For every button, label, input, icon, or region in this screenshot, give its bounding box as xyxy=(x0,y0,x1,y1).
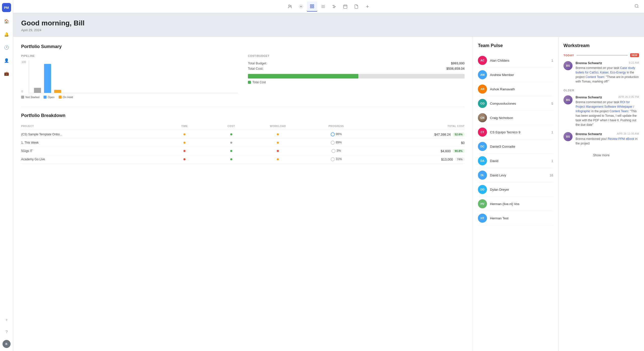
breakdown-table: PROJECT TIME COST WORKLOAD PROGRESS TOTA… xyxy=(21,123,465,164)
project-name[interactable]: 5Gigs IT xyxy=(21,149,161,153)
clock-icon[interactable]: 🕐 xyxy=(3,43,11,51)
member-name: Dylan Dreyer xyxy=(490,188,553,191)
nav-add-icon[interactable] xyxy=(362,2,372,12)
home-icon[interactable]: 🏠 xyxy=(3,17,11,25)
svg-rect-6 xyxy=(312,7,314,8)
budget-legend-label: Total Cost xyxy=(252,81,266,84)
progress-value: 31% xyxy=(301,157,371,161)
member-avatar: HV xyxy=(478,199,487,208)
ws-time: APR 26 11:35 AM xyxy=(617,132,639,135)
content-area: Good morning, Bill April 29, 2024 Portfo… xyxy=(13,13,644,351)
ws-text: Brenna commented on your task Case study… xyxy=(576,66,639,84)
pulse-item[interactable]: DD Dylan Dreyer xyxy=(478,182,553,197)
nav-calendar-icon[interactable] xyxy=(340,2,350,12)
nav-file-icon[interactable] xyxy=(351,2,361,12)
total-cost-row: Total Cost: $506,659.04 xyxy=(248,67,465,70)
pulse-item[interactable]: CO Compusoluciones 5 xyxy=(478,96,553,111)
pulse-item[interactable]: DL David Levy 16 xyxy=(478,168,553,182)
pulse-item[interactable]: HV Herman (live.nl) Vos xyxy=(478,197,553,211)
pulse-item[interactable]: DC Daniel3 Conradie xyxy=(478,139,553,154)
member-name: Herman (live.nl) Vos xyxy=(490,202,553,206)
main-container: Good morning, Bill April 29, 2024 Portfo… xyxy=(13,0,644,351)
ws-text: Brenna commented on your task ROI for Pr… xyxy=(576,100,639,127)
bell-icon[interactable]: 🔔 xyxy=(3,30,11,38)
show-more-button[interactable]: Show more xyxy=(563,151,639,160)
ws-text: Brenna mentioned you! Review PPM eBook i… xyxy=(576,137,639,146)
plus-sidebar-icon[interactable]: ＋ xyxy=(3,316,11,324)
breakdown-header: PROJECT TIME COST WORKLOAD PROGRESS TOTA… xyxy=(21,123,465,129)
user-avatar[interactable]: B xyxy=(3,340,11,348)
progress-value: 3% xyxy=(301,149,371,153)
portfolio-summary: Portfolio Summary PIPELINE 100 0 xyxy=(21,44,465,99)
nav-people-icon[interactable] xyxy=(285,2,295,12)
project-name[interactable]: 1. This Week xyxy=(21,141,161,144)
project-name[interactable]: (CS) Sample Template Onbo... xyxy=(21,133,161,136)
nav-gantt-icon[interactable] xyxy=(329,2,339,12)
ws-link-project[interactable]: Content Team xyxy=(585,75,604,79)
member-name: David xyxy=(490,159,551,163)
total-cost-value: $506,659.04 xyxy=(446,67,465,70)
older-label: OLDER xyxy=(563,89,639,92)
search-button[interactable] xyxy=(634,4,639,9)
pulse-item[interactable]: CT CS Equipo Tecnico 9 1 xyxy=(478,125,553,139)
ws-link[interactable]: Case study bullets for CatSci, Kaiser, E… xyxy=(576,66,635,74)
ws-content: Brenna Schwartz 9:22 AM Brenna commented… xyxy=(576,61,639,84)
portfolio-panel: Portfolio Summary PIPELINE 100 0 xyxy=(13,37,473,351)
briefcase-icon[interactable]: 💼 xyxy=(3,69,11,77)
member-name: Craig Nicholson xyxy=(490,116,553,120)
workload-indicator xyxy=(254,158,301,160)
top-nav xyxy=(13,0,644,13)
workstream-item: BS Brenna Schwartz APR 26 11:35 AM Brenn… xyxy=(563,132,639,146)
ws-header: Brenna Schwartz APR 26 11:35 AM xyxy=(576,132,639,136)
pulse-item[interactable]: DA David 1 xyxy=(478,154,553,168)
panels: Portfolio Summary PIPELINE 100 0 xyxy=(13,37,644,351)
time-indicator xyxy=(161,133,208,135)
cost-indicator xyxy=(208,150,254,152)
svg-rect-4 xyxy=(312,5,314,6)
nav-settings-icon[interactable] xyxy=(296,2,306,12)
pulse-item[interactable]: CN Craig Nicholson xyxy=(478,111,553,125)
svg-rect-5 xyxy=(310,7,312,8)
question-icon[interactable]: ？ xyxy=(3,328,11,336)
older-section: OLDER xyxy=(563,89,639,92)
project-name[interactable]: Academy Go Live xyxy=(21,158,161,161)
table-row: 5Gigs IT 3% $4,600 90.8% xyxy=(21,147,465,155)
bar-open xyxy=(44,64,51,93)
ws-link-project[interactable]: Content Team xyxy=(610,109,628,113)
svg-rect-13 xyxy=(344,5,347,9)
table-row: Academy Go Live 31% $13,000 74% xyxy=(21,155,465,164)
bar-not-started xyxy=(34,88,41,93)
member-name: Herman Test xyxy=(490,216,553,220)
new-badge: NEW xyxy=(630,53,639,57)
member-avatar: CN xyxy=(478,113,487,122)
svg-point-2 xyxy=(300,6,301,7)
nav-dashboard-icon[interactable] xyxy=(307,2,317,12)
nav-list-icon[interactable] xyxy=(318,2,328,12)
total-cost-value: $47,398.24 52.6% xyxy=(371,132,465,136)
member-avatar: HT xyxy=(478,214,487,223)
app-logo[interactable]: PM xyxy=(2,3,11,12)
today-label: TODAY xyxy=(563,54,574,57)
col-header-time: TIME xyxy=(161,125,208,128)
ws-link[interactable]: Review PPM eBook xyxy=(608,137,634,141)
ws-content: Brenna Schwartz APR 26 11:35 AM Brenna m… xyxy=(576,132,639,146)
member-count: 5 xyxy=(551,102,553,105)
svg-point-1 xyxy=(290,6,291,7)
member-avatar: CO xyxy=(478,99,487,108)
cost-indicator xyxy=(208,158,254,160)
pulse-item[interactable]: AR Ashok Ramavath xyxy=(478,82,553,96)
person-icon[interactable]: 👤 xyxy=(3,56,11,64)
ws-author: Brenna Schwartz xyxy=(576,132,602,136)
workload-indicator xyxy=(254,142,301,144)
svg-point-19 xyxy=(635,4,638,7)
total-budget-row: Total Budget: $993,000 xyxy=(248,61,465,65)
workstream-item: BS Brenna Schwartz 9:22 AM Brenna commen… xyxy=(563,61,639,84)
table-row: (CS) Sample Template Onbo... 98% $47,398… xyxy=(21,130,465,139)
pulse-item[interactable]: AM Andrew Member xyxy=(478,68,553,82)
ws-author: Brenna Schwartz xyxy=(576,61,602,65)
page-title: Good morning, Bill xyxy=(21,19,636,27)
col-header-project: PROJECT xyxy=(21,125,161,128)
cost-indicator xyxy=(208,133,254,135)
pulse-item[interactable]: AC Alan Childers 1 xyxy=(478,53,553,68)
pulse-item[interactable]: HT Herman Test xyxy=(478,211,553,225)
